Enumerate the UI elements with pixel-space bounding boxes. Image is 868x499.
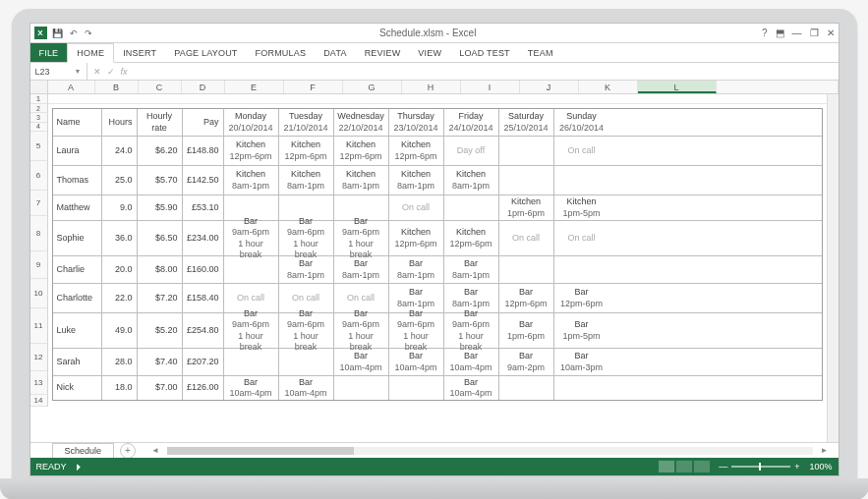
row-header-14[interactable]: 14: [30, 395, 48, 407]
shift-cell[interactable]: Kitchen1pm-5pm: [554, 195, 609, 220]
col-header-E[interactable]: E: [225, 81, 284, 93]
ribbon-tab-formulas[interactable]: FORMULAS: [247, 43, 316, 62]
shift-cell[interactable]: Bar10am-4pm: [224, 376, 279, 400]
horizontal-scrollbar[interactable]: ◄ ►: [142, 443, 838, 458]
shift-cell[interactable]: Bar9am-2pm: [499, 349, 554, 375]
shift-cell[interactable]: Bar8am-1pm: [444, 256, 499, 283]
day-header-friday[interactable]: Friday24/10/2014: [444, 109, 499, 136]
scroll-right-icon[interactable]: ►: [821, 446, 829, 455]
shift-cell[interactable]: [444, 195, 499, 220]
shift-cell[interactable]: On call: [554, 221, 609, 255]
help-icon[interactable]: ?: [762, 28, 768, 38]
vertical-scrollbar[interactable]: [827, 94, 839, 442]
restore-icon[interactable]: ❐: [810, 28, 819, 38]
shift-cell[interactable]: Kitchen12pm-6pm: [389, 137, 444, 165]
scroll-left-icon[interactable]: ◄: [151, 446, 159, 455]
shift-cell[interactable]: Bar10am-3pm: [554, 349, 609, 375]
row-header-11[interactable]: 11: [30, 308, 48, 344]
day-header-saturday[interactable]: Saturday25/10/2014: [499, 109, 554, 136]
shift-cell[interactable]: Bar10am-4pm: [444, 349, 499, 375]
shift-cell[interactable]: Kitchen1pm-6pm: [499, 195, 554, 220]
employee-name[interactable]: Sarah: [53, 349, 102, 375]
shift-cell[interactable]: Kitchen8am-1pm: [279, 166, 334, 194]
shift-cell[interactable]: [224, 349, 279, 375]
shift-cell[interactable]: [499, 376, 554, 400]
zoom-level[interactable]: 100%: [809, 462, 832, 471]
minimize-icon[interactable]: —: [792, 28, 802, 38]
employee-name[interactable]: Thomas: [53, 166, 102, 194]
shift-cell[interactable]: [554, 376, 609, 400]
ribbon-tab-view[interactable]: VIEW: [409, 43, 450, 62]
employee-name[interactable]: Sophie: [53, 221, 102, 255]
zoom-out-icon[interactable]: —: [719, 462, 727, 471]
col-header-C[interactable]: C: [139, 81, 182, 93]
shift-cell[interactable]: Bar9am-6pm1 hour break: [444, 313, 499, 348]
col-header-F[interactable]: F: [284, 81, 343, 93]
formula-bar[interactable]: [134, 63, 839, 80]
select-all-corner[interactable]: [30, 81, 48, 93]
shift-cell[interactable]: [279, 349, 334, 375]
col-header-D[interactable]: D: [182, 81, 225, 93]
row-header-12[interactable]: 12: [30, 344, 48, 371]
row-header-2[interactable]: 2: [30, 104, 48, 113]
col-header-I[interactable]: I: [461, 81, 520, 93]
ribbon-tab-load-test[interactable]: LOAD TEST: [450, 43, 519, 62]
h-scroll-thumb[interactable]: [167, 447, 354, 455]
ribbon-tab-data[interactable]: DATA: [315, 43, 355, 62]
shift-cell[interactable]: Bar9am-6pm1 hour break: [279, 313, 334, 348]
shift-cell[interactable]: Bar1pm-6pm: [499, 313, 554, 348]
day-header-sunday[interactable]: Sunday26/10/2014: [554, 109, 609, 136]
shift-cell[interactable]: [554, 166, 609, 194]
employee-name[interactable]: Laura: [53, 137, 102, 165]
shift-cell[interactable]: Day off: [444, 137, 499, 165]
row-header-6[interactable]: 6: [30, 161, 48, 191]
row-header-13[interactable]: 13: [30, 371, 48, 395]
shift-cell[interactable]: Bar9am-6pm1 hour break: [224, 221, 279, 255]
col-header-J[interactable]: J: [520, 81, 579, 93]
view-normal-icon[interactable]: [659, 461, 674, 472]
ribbon-tab-team[interactable]: TEAM: [519, 43, 562, 62]
shift-cell[interactable]: [334, 376, 389, 400]
day-header-thursday[interactable]: Thursday23/10/2014: [389, 109, 444, 136]
shift-cell[interactable]: [499, 137, 554, 165]
row-header-7[interactable]: 7: [30, 191, 48, 216]
employee-name[interactable]: Matthew: [53, 195, 102, 220]
shift-cell[interactable]: [499, 166, 554, 194]
name-box[interactable]: L23 ▼: [30, 63, 87, 80]
shift-cell[interactable]: Kitchen12pm-6pm: [334, 137, 389, 165]
col-header-L[interactable]: L: [638, 81, 717, 93]
employee-name[interactable]: Charlotte: [53, 284, 102, 312]
name-box-dropdown-icon[interactable]: ▼: [75, 68, 82, 75]
shift-cell[interactable]: Bar10am-4pm: [389, 349, 444, 375]
day-header-tuesday[interactable]: Tuesday21/10/2014: [279, 109, 334, 136]
shift-cell[interactable]: On call: [499, 221, 554, 255]
row-header-10[interactable]: 10: [30, 279, 48, 308]
qat-save-icon[interactable]: 💾: [50, 28, 65, 38]
shift-cell[interactable]: [499, 256, 554, 283]
shift-cell[interactable]: Bar1pm-5pm: [554, 313, 609, 348]
shift-cell[interactable]: Bar9am-6pm1 hour break: [334, 313, 389, 348]
ribbon-display-icon[interactable]: ⬒: [776, 28, 784, 38]
ribbon-tab-home[interactable]: HOME: [67, 43, 114, 63]
qat-redo-icon[interactable]: ↷: [83, 28, 94, 38]
day-header-wednesday[interactable]: Wednesday22/10/2014: [334, 109, 389, 136]
shift-cell[interactable]: Bar9am-6pm1 hour break: [224, 313, 279, 348]
shift-cell[interactable]: Bar9am-6pm1 hour break: [389, 313, 444, 348]
col-header-K[interactable]: K: [579, 81, 638, 93]
shift-cell[interactable]: Kitchen8am-1pm: [334, 166, 389, 194]
ribbon-tab-page-layout[interactable]: PAGE LAYOUT: [165, 43, 246, 62]
shift-cell[interactable]: Kitchen12pm-6pm: [389, 221, 444, 255]
zoom-slider-thumb[interactable]: [759, 463, 761, 471]
zoom-control[interactable]: — + 100%: [719, 462, 832, 471]
col-header-A[interactable]: A: [48, 81, 95, 93]
ribbon-tab-insert[interactable]: INSERT: [114, 43, 165, 62]
shift-cell[interactable]: Kitchen8am-1pm: [444, 166, 499, 194]
close-icon[interactable]: ✕: [827, 28, 835, 38]
employee-name[interactable]: Luke: [53, 313, 102, 348]
sheet-tab-schedule[interactable]: Schedule: [52, 443, 115, 458]
shift-cell[interactable]: On call: [389, 195, 444, 220]
ribbon-tab-review[interactable]: REVIEW: [356, 43, 410, 62]
formula-cancel-icon[interactable]: ✕: [93, 67, 101, 77]
shift-cell[interactable]: [224, 256, 279, 283]
row-header-8[interactable]: 8: [30, 216, 48, 251]
